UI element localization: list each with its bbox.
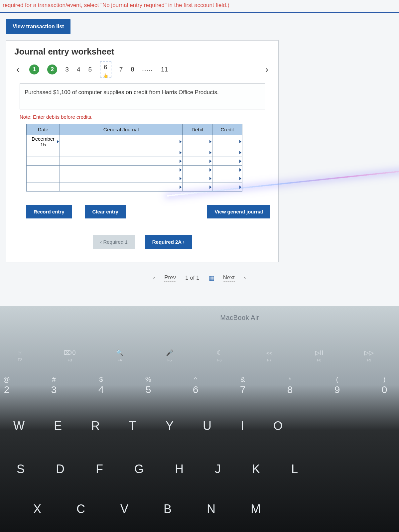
pager-item-7[interactable]: 7 — [119, 66, 123, 73]
dropdown-arrow-icon — [209, 168, 211, 172]
dropdown-arrow-icon — [209, 177, 211, 180]
debit-cell[interactable] — [183, 148, 212, 157]
credit-cell[interactable] — [212, 166, 242, 174]
progress-prev-chevron[interactable]: ‹ — [153, 275, 155, 281]
keyboard-key: B — [164, 502, 172, 516]
keyboard-key: *8 — [277, 376, 303, 395]
pager-ellipsis: ..... — [142, 66, 153, 72]
worksheet-card: Journal entry worksheet ‹ 1 2 3 4 5 6 👆 … — [6, 40, 279, 262]
debit-cell[interactable] — [183, 157, 212, 166]
debit-cell[interactable] — [183, 135, 212, 148]
keyboard-key: R — [91, 419, 100, 433]
keyboard-key: 🎤F5 — [160, 349, 180, 362]
date-cell[interactable] — [27, 157, 60, 166]
general-journal-cell[interactable] — [60, 166, 183, 174]
general-journal-cell[interactable] — [60, 135, 183, 148]
table-row — [27, 148, 242, 157]
pager-prev-icon[interactable]: ‹ — [14, 64, 21, 75]
keyboard-key: E — [54, 419, 62, 433]
keyboard-key: D — [56, 462, 65, 476]
keyboard-key: X — [33, 502, 41, 516]
date-cell[interactable] — [27, 183, 60, 192]
debit-cell[interactable] — [183, 166, 212, 174]
required-1-button[interactable]: ‹ Required 1 — [93, 235, 135, 249]
question-grid-icon[interactable]: ▦ — [209, 274, 214, 282]
table-row — [27, 157, 242, 166]
dropdown-arrow-icon — [57, 140, 59, 143]
dropdown-arrow-icon — [239, 151, 241, 154]
keyboard-key: S — [17, 462, 25, 476]
table-row — [27, 183, 242, 192]
keyboard-key: M — [251, 502, 261, 516]
dropdown-arrow-icon — [180, 140, 182, 143]
keyboard-key: )0 — [371, 376, 398, 395]
dropdown-arrow-icon — [209, 151, 211, 154]
required-2a-button[interactable]: Required 2A › — [145, 235, 192, 249]
date-cell[interactable] — [27, 174, 60, 183]
pager-item-1[interactable]: 1 — [29, 65, 39, 74]
general-journal-cell[interactable] — [60, 157, 183, 166]
credit-cell[interactable] — [212, 148, 242, 157]
col-header-debit: Debit — [183, 124, 212, 135]
pager-item-6-label: 6 — [104, 64, 107, 70]
general-journal-cell[interactable] — [60, 183, 183, 192]
progress-prev-link[interactable]: Prev — [164, 274, 176, 282]
keyboard-key: W — [13, 419, 25, 433]
pager-item-2[interactable]: 2 — [47, 65, 57, 74]
view-transaction-list-button[interactable]: View transaction list — [6, 19, 70, 34]
keyboard-key: ^6 — [182, 376, 209, 395]
progress-next-link[interactable]: Next — [223, 274, 235, 282]
keyboard-key: V — [120, 502, 128, 516]
pager-item-8[interactable]: 8 — [131, 66, 134, 73]
dropdown-arrow-icon — [180, 177, 182, 180]
pager-item-3[interactable]: 3 — [65, 66, 69, 73]
pager-item-4[interactable]: 4 — [77, 66, 80, 73]
keyboard-key: G — [134, 462, 144, 476]
keyboard-key: &7 — [229, 376, 256, 395]
keyboard-key: @2 — [0, 376, 20, 395]
keyboard-key: O — [273, 419, 283, 433]
transaction-description: Purchased $1,100 of computer supplies on… — [20, 83, 265, 109]
general-journal-cell[interactable] — [60, 148, 183, 157]
general-journal-cell[interactable] — [60, 174, 183, 183]
pager-item-6[interactable]: 6 👆 — [100, 62, 111, 77]
credit-cell[interactable] — [212, 135, 242, 148]
pager-item-11[interactable]: 11 — [161, 66, 168, 73]
pager-next-icon[interactable]: › — [263, 64, 270, 75]
keyboard-key: %5 — [135, 376, 162, 395]
journal-table: Date General Journal Debit Credit Decemb… — [26, 124, 242, 192]
debit-cell[interactable] — [183, 183, 212, 192]
col-header-date: Date — [27, 124, 60, 135]
keyboard-key: L — [291, 462, 298, 476]
credit-cell[interactable] — [212, 157, 242, 166]
keyboard-key: ⌦0F3 — [60, 349, 80, 362]
keyboard-key: C — [76, 502, 85, 516]
keyboard-key: #3 — [41, 376, 67, 395]
date-cell[interactable] — [27, 166, 60, 174]
date-cell[interactable] — [27, 148, 60, 157]
progress-position: 1 of 1 — [185, 275, 200, 281]
keyboard-key: J — [215, 462, 221, 476]
progress-next-chevron[interactable]: › — [244, 275, 246, 281]
keyboard-key: H — [175, 462, 184, 476]
dropdown-arrow-icon — [239, 140, 241, 143]
keyboard-key: U — [203, 419, 211, 433]
debit-cell[interactable] — [183, 174, 212, 183]
instruction-text: required for a transaction/event, select… — [0, 0, 399, 13]
record-entry-button[interactable]: Record entry — [26, 205, 72, 218]
table-row — [27, 174, 242, 183]
credit-cell[interactable] — [212, 174, 242, 183]
dropdown-arrow-icon — [209, 160, 211, 163]
view-general-journal-button[interactable]: View general journal — [207, 205, 270, 218]
dropdown-arrow-icon — [239, 168, 241, 172]
dropdown-arrow-icon — [180, 186, 182, 189]
table-row — [27, 166, 242, 174]
clear-entry-button[interactable]: Clear entry — [85, 205, 126, 218]
keyboard-key: ▷IIF8 — [309, 349, 329, 362]
laptop-keyboard-photo: MacBook Air ☼F2⌦0F3🔍F4🎤F5☾F6◃◃F7▷IIF8▷▷F… — [0, 306, 399, 532]
pager-item-5[interactable]: 5 — [88, 66, 92, 73]
date-cell[interactable]: December 15 — [27, 135, 60, 148]
keyboard-key: Y — [166, 419, 174, 433]
question-progress-bar: ‹ Prev 1 of 1 ▦ Next › — [0, 274, 399, 282]
keyboard-key: F — [96, 462, 103, 476]
